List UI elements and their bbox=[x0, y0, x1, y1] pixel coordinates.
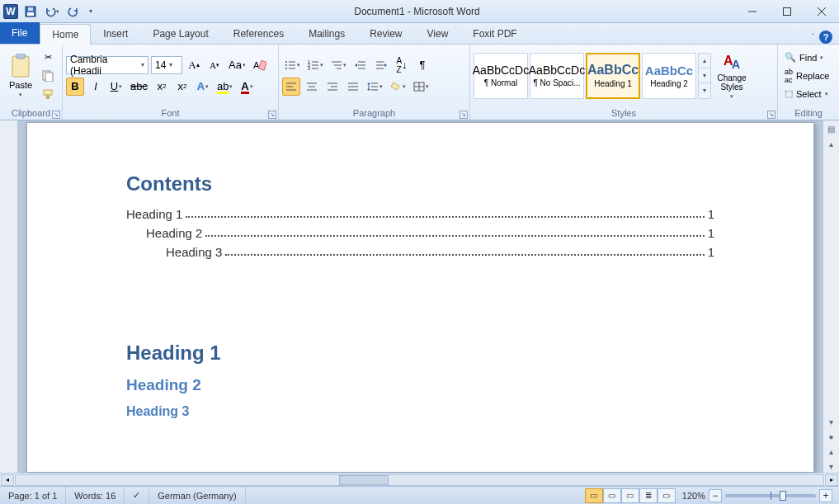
ruler-toggle-icon[interactable]: ▤ bbox=[825, 122, 838, 135]
style-item--no-spaci-[interactable]: AaBbCcDc¶ No Spaci... bbox=[530, 53, 584, 99]
text-effects-icon[interactable]: A▾ bbox=[194, 78, 212, 96]
web-layout-view-icon[interactable]: ▭ bbox=[621, 488, 639, 503]
style-item-heading-2[interactable]: AaBbCcHeading 2 bbox=[642, 53, 696, 99]
superscript-button[interactable]: x2 bbox=[173, 78, 191, 96]
style-item-heading-1[interactable]: AaBbCcHeading 1 bbox=[586, 53, 640, 99]
cut-icon[interactable]: ✂ bbox=[40, 49, 56, 66]
status-proofing-icon[interactable]: ✓ bbox=[125, 487, 149, 504]
tab-foxit-pdf[interactable]: Foxit PDF bbox=[460, 23, 529, 44]
toc-entry[interactable]: Heading 11 bbox=[126, 207, 714, 221]
multilevel-list-icon[interactable]: ▾ bbox=[328, 56, 349, 74]
font-name-combo[interactable]: Cambria (Headii▾ bbox=[66, 56, 148, 74]
zoom-value[interactable]: 120% bbox=[682, 491, 705, 501]
toc-entry[interactable]: Heading 31 bbox=[126, 245, 714, 259]
scroll-up-icon[interactable]: ▴ bbox=[825, 137, 838, 150]
doc-h3[interactable]: Heading 3 bbox=[126, 404, 714, 419]
style-item--normal[interactable]: AaBbCcDc¶ Normal bbox=[474, 53, 528, 99]
hscroll-right-icon[interactable]: ▸ bbox=[825, 474, 838, 486]
tab-insert[interactable]: Insert bbox=[91, 23, 140, 44]
numbering-icon[interactable]: 123▾ bbox=[305, 56, 326, 74]
font-color-icon[interactable]: A▾ bbox=[238, 78, 256, 96]
bold-button[interactable]: B bbox=[66, 78, 84, 96]
full-screen-view-icon[interactable]: ▭ bbox=[603, 488, 621, 503]
font-size-combo[interactable]: 14▾ bbox=[151, 56, 182, 74]
change-case-icon[interactable]: Aa▾ bbox=[226, 56, 248, 74]
align-left-icon[interactable] bbox=[282, 78, 300, 96]
strikethrough-button[interactable]: abc bbox=[128, 78, 150, 96]
justify-icon[interactable] bbox=[344, 78, 362, 96]
zoom-slider[interactable] bbox=[725, 494, 816, 497]
show-marks-icon[interactable]: ¶ bbox=[413, 56, 431, 74]
bullets-icon[interactable]: ▾ bbox=[282, 56, 303, 74]
next-page-icon[interactable]: ▾ bbox=[825, 459, 838, 473]
zoom-out-button[interactable]: − bbox=[709, 489, 722, 502]
status-language[interactable]: German (Germany) bbox=[149, 487, 245, 504]
tab-home[interactable]: Home bbox=[40, 24, 91, 45]
doc-h1[interactable]: Heading 1 bbox=[126, 341, 714, 365]
prev-page-icon[interactable]: ▴ bbox=[825, 445, 838, 458]
scroll-down-icon[interactable]: ▾ bbox=[825, 415, 838, 428]
shrink-font-icon[interactable]: A▾ bbox=[205, 56, 224, 74]
increase-indent-icon[interactable] bbox=[372, 56, 390, 74]
close-button[interactable] bbox=[804, 0, 839, 23]
paste-button[interactable]: Paste ▾ bbox=[3, 49, 38, 103]
minimize-button[interactable] bbox=[735, 0, 770, 23]
hscroll-track[interactable] bbox=[15, 474, 824, 486]
horizontal-scrollbar[interactable]: ◂ ▸ bbox=[0, 473, 839, 486]
align-right-icon[interactable] bbox=[323, 78, 342, 96]
hscroll-thumb[interactable] bbox=[339, 475, 389, 485]
copy-icon[interactable] bbox=[40, 68, 56, 84]
styles-launcher-icon[interactable]: ↘ bbox=[767, 111, 775, 119]
select-button[interactable]: ⬚Select▾ bbox=[781, 86, 832, 102]
file-tab[interactable]: File bbox=[0, 22, 40, 44]
zoom-slider-knob[interactable] bbox=[780, 491, 786, 501]
maximize-button[interactable] bbox=[770, 0, 804, 23]
tab-view[interactable]: View bbox=[415, 23, 461, 44]
decrease-indent-icon[interactable] bbox=[351, 56, 370, 74]
shading-icon[interactable]: ▾ bbox=[388, 78, 408, 96]
find-button[interactable]: 🔍Find▾ bbox=[781, 49, 832, 66]
status-words[interactable]: Words: 16 bbox=[66, 487, 125, 504]
align-center-icon[interactable] bbox=[303, 78, 321, 96]
format-painter-icon[interactable] bbox=[40, 86, 56, 102]
zoom-in-button[interactable]: + bbox=[819, 489, 832, 502]
page-area[interactable]: Contents Heading 11Heading 21Heading 31 … bbox=[18, 120, 823, 473]
subscript-button[interactable]: x2 bbox=[153, 78, 171, 96]
clipboard-launcher-icon[interactable]: ↘ bbox=[52, 111, 60, 119]
doc-h2[interactable]: Heading 2 bbox=[126, 376, 714, 394]
print-layout-view-icon[interactable]: ▭ bbox=[585, 488, 603, 503]
undo-icon[interactable]: ▾ bbox=[43, 2, 61, 21]
qat-customize-icon[interactable]: ▾ bbox=[86, 2, 96, 21]
document-page[interactable]: Contents Heading 11Heading 21Heading 31 … bbox=[26, 122, 814, 473]
vertical-scrollbar[interactable]: ▤ ▴ ▾ ● ▴ ▾ bbox=[823, 120, 839, 473]
save-icon[interactable] bbox=[21, 2, 40, 21]
minimize-ribbon-icon[interactable]: ˆ bbox=[812, 33, 814, 42]
borders-icon[interactable]: ▾ bbox=[411, 78, 431, 96]
redo-icon[interactable] bbox=[64, 2, 82, 21]
change-styles-button[interactable]: AA Change Styles ▾ bbox=[713, 51, 751, 101]
clear-formatting-icon[interactable]: A bbox=[251, 56, 269, 74]
vertical-ruler[interactable] bbox=[0, 120, 18, 486]
toc-entry[interactable]: Heading 21 bbox=[126, 226, 714, 240]
underline-button[interactable]: U▾ bbox=[107, 78, 125, 96]
highlight-color-icon[interactable]: ab▾ bbox=[214, 78, 235, 96]
outline-view-icon[interactable]: ≣ bbox=[639, 488, 658, 503]
replace-button[interactable]: abacReplace bbox=[781, 68, 832, 84]
toc-title[interactable]: Contents bbox=[126, 172, 714, 195]
paragraph-launcher-icon[interactable]: ↘ bbox=[460, 111, 468, 119]
sort-icon[interactable]: AZ↓ bbox=[393, 56, 411, 74]
grow-font-icon[interactable]: A▴ bbox=[185, 56, 203, 74]
help-icon[interactable]: ? bbox=[819, 31, 832, 44]
italic-button[interactable]: I bbox=[87, 78, 105, 96]
tab-mailings[interactable]: Mailings bbox=[296, 23, 357, 44]
browse-object-icon[interactable]: ● bbox=[825, 430, 838, 443]
hscroll-left-icon[interactable]: ◂ bbox=[1, 474, 14, 486]
tab-review[interactable]: Review bbox=[357, 23, 414, 44]
draft-view-icon[interactable]: ▭ bbox=[658, 488, 676, 503]
status-page[interactable]: Page: 1 of 1 bbox=[0, 487, 66, 504]
tab-references[interactable]: References bbox=[221, 23, 296, 44]
line-spacing-icon[interactable]: ▾ bbox=[365, 78, 385, 96]
tab-page-layout[interactable]: Page Layout bbox=[140, 23, 220, 44]
font-launcher-icon[interactable]: ↘ bbox=[268, 111, 276, 119]
style-gallery-more[interactable]: ▴▾▾ bbox=[698, 53, 711, 99]
